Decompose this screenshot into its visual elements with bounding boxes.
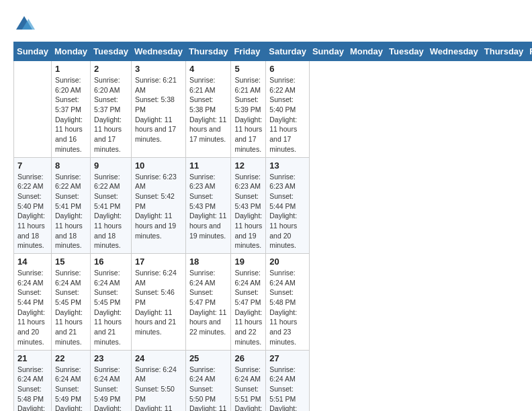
day-info: Sunrise: 6:24 AM Sunset: 5:47 PM Dayligh… (189, 268, 228, 337)
day-info: Sunrise: 6:21 AM Sunset: 5:39 PM Dayligh… (234, 75, 262, 154)
day-info: Sunrise: 6:24 AM Sunset: 5:47 PM Dayligh… (234, 268, 262, 347)
sunrise-time: Sunrise: 6:24 AM (94, 269, 120, 287)
sunset-time: Sunset: 5:50 PM (135, 385, 175, 403)
calendar-cell: 6 Sunrise: 6:22 AM Sunset: 5:40 PM Dayli… (266, 61, 310, 158)
sunrise-time: Sunrise: 6:21 AM (135, 76, 177, 94)
day-info: Sunrise: 6:24 AM Sunset: 5:45 PM Dayligh… (94, 268, 128, 347)
day-info: Sunrise: 6:22 AM Sunset: 5:41 PM Dayligh… (55, 172, 87, 251)
daylight-hours: Daylight: 11 hours and 18 minutes. (94, 212, 122, 249)
day-number: 2 (94, 64, 128, 74)
sunrise-time: Sunrise: 6:20 AM (94, 76, 120, 94)
calendar-cell: 17 Sunrise: 6:24 AM Sunset: 5:46 PM Dayl… (131, 254, 185, 351)
day-number: 13 (269, 161, 306, 171)
calendar-cell: 26 Sunrise: 6:24 AM Sunset: 5:51 PM Dayl… (231, 350, 266, 411)
day-number: 22 (55, 353, 87, 363)
day-info: Sunrise: 6:21 AM Sunset: 5:38 PM Dayligh… (135, 75, 182, 144)
sunrise-time: Sunrise: 6:23 AM (189, 173, 216, 191)
day-number: 14 (17, 257, 48, 267)
header-thursday: Thursday (481, 42, 527, 61)
sunrise-time: Sunrise: 6:22 AM (55, 173, 81, 191)
day-info: Sunrise: 6:24 AM Sunset: 5:51 PM Dayligh… (269, 365, 306, 412)
sunset-time: Sunset: 5:49 PM (55, 385, 81, 403)
day-info: Sunrise: 6:24 AM Sunset: 5:50 PM Dayligh… (189, 365, 228, 412)
daylight-hours: Daylight: 11 hours and 18 minutes. (55, 212, 83, 249)
calendar-cell: 12 Sunrise: 6:23 AM Sunset: 5:43 PM Dayl… (231, 157, 266, 254)
calendar-cell: 7 Sunrise: 6:22 AM Sunset: 5:40 PM Dayli… (14, 157, 52, 254)
day-number: 19 (234, 257, 262, 267)
daylight-hours: Daylight: 11 hours and 19 minutes. (234, 212, 262, 249)
sunset-time: Sunset: 5:42 PM (135, 192, 175, 210)
calendar-cell: 19 Sunrise: 6:24 AM Sunset: 5:47 PM Dayl… (231, 254, 266, 351)
day-number: 1 (55, 64, 87, 74)
calendar-cell: 20 Sunrise: 6:24 AM Sunset: 5:48 PM Dayl… (266, 254, 310, 351)
sunset-time: Sunset: 5:43 PM (189, 192, 216, 210)
day-number: 20 (269, 257, 306, 267)
calendar-cell: 5 Sunrise: 6:21 AM Sunset: 5:39 PM Dayli… (231, 61, 266, 158)
day-info: Sunrise: 6:22 AM Sunset: 5:40 PM Dayligh… (269, 75, 306, 154)
day-info: Sunrise: 6:24 AM Sunset: 5:46 PM Dayligh… (135, 268, 182, 337)
sunrise-time: Sunrise: 6:22 AM (94, 173, 120, 191)
day-info: Sunrise: 6:23 AM Sunset: 5:42 PM Dayligh… (135, 172, 182, 241)
day-number: 6 (269, 64, 306, 74)
logo (13, 13, 38, 35)
sunset-time: Sunset: 5:47 PM (189, 288, 216, 306)
calendar-cell: 1 Sunrise: 6:20 AM Sunset: 5:37 PM Dayli… (51, 61, 90, 158)
header-friday: Friday (527, 42, 532, 61)
day-number: 21 (17, 353, 48, 363)
day-number: 24 (135, 353, 182, 363)
calendar-cell: 27 Sunrise: 6:24 AM Sunset: 5:51 PM Dayl… (266, 350, 310, 411)
daylight-hours: Daylight: 11 hours and 27 minutes. (269, 404, 297, 411)
header-tuesday: Tuesday (386, 42, 427, 61)
day-info: Sunrise: 6:24 AM Sunset: 5:51 PM Dayligh… (234, 365, 262, 412)
day-number: 4 (189, 64, 228, 74)
day-info: Sunrise: 6:22 AM Sunset: 5:41 PM Dayligh… (94, 172, 128, 251)
sunset-time: Sunset: 5:48 PM (269, 288, 296, 306)
day-number: 10 (135, 161, 182, 171)
day-info: Sunrise: 6:24 AM Sunset: 5:49 PM Dayligh… (94, 365, 128, 412)
calendar-week-row: 21 Sunrise: 6:24 AM Sunset: 5:48 PM Dayl… (14, 350, 533, 411)
sunset-time: Sunset: 5:44 PM (269, 192, 296, 210)
sunset-time: Sunset: 5:45 PM (94, 288, 120, 306)
calendar-header-row: SundayMondayTuesdayWednesdayThursdayFrid… (14, 42, 533, 61)
day-info: Sunrise: 6:22 AM Sunset: 5:40 PM Dayligh… (17, 172, 48, 251)
day-number: 16 (94, 257, 128, 267)
calendar-cell: 22 Sunrise: 6:24 AM Sunset: 5:49 PM Dayl… (51, 350, 90, 411)
sunset-time: Sunset: 5:41 PM (94, 192, 120, 210)
header-tuesday: Tuesday (91, 42, 132, 61)
day-info: Sunrise: 6:21 AM Sunset: 5:38 PM Dayligh… (189, 75, 228, 144)
daylight-hours: Daylight: 11 hours and 22 minutes. (234, 308, 262, 346)
daylight-hours: Daylight: 11 hours and 24 minutes. (55, 404, 83, 411)
sunset-time: Sunset: 5:46 PM (135, 288, 175, 306)
day-number: 3 (135, 64, 182, 74)
sunset-time: Sunset: 5:48 PM (17, 385, 44, 403)
calendar-cell: 10 Sunrise: 6:23 AM Sunset: 5:42 PM Dayl… (131, 157, 185, 254)
calendar-cell: 11 Sunrise: 6:23 AM Sunset: 5:43 PM Dayl… (185, 157, 231, 254)
daylight-hours: Daylight: 11 hours and 17 minutes. (189, 116, 226, 143)
sunset-time: Sunset: 5:45 PM (55, 288, 81, 306)
daylight-hours: Daylight: 11 hours and 21 minutes. (94, 308, 122, 346)
day-info: Sunrise: 6:23 AM Sunset: 5:43 PM Dayligh… (189, 172, 228, 241)
sunrise-time: Sunrise: 6:24 AM (94, 365, 120, 383)
calendar-week-row: 7 Sunrise: 6:22 AM Sunset: 5:40 PM Dayli… (14, 157, 533, 254)
sunrise-time: Sunrise: 6:21 AM (234, 76, 261, 94)
day-number: 5 (234, 64, 262, 74)
sunrise-time: Sunrise: 6:24 AM (17, 269, 44, 287)
daylight-hours: Daylight: 11 hours and 22 minutes. (189, 308, 226, 336)
daylight-hours: Daylight: 11 hours and 17 minutes. (135, 116, 176, 143)
calendar-cell: 4 Sunrise: 6:21 AM Sunset: 5:38 PM Dayli… (185, 61, 231, 158)
day-number: 15 (55, 257, 87, 267)
sunrise-time: Sunrise: 6:24 AM (269, 365, 296, 383)
sunrise-time: Sunrise: 6:23 AM (234, 173, 261, 191)
calendar-cell: 14 Sunrise: 6:24 AM Sunset: 5:44 PM Dayl… (14, 254, 52, 351)
calendar-week-row: 14 Sunrise: 6:24 AM Sunset: 5:44 PM Dayl… (14, 254, 533, 351)
header-monday: Monday (347, 42, 386, 61)
day-info: Sunrise: 6:24 AM Sunset: 5:44 PM Dayligh… (17, 268, 48, 347)
daylight-hours: Daylight: 11 hours and 20 minutes. (17, 308, 45, 346)
sunrise-time: Sunrise: 6:24 AM (135, 365, 177, 383)
day-info: Sunrise: 6:20 AM Sunset: 5:37 PM Dayligh… (55, 75, 87, 154)
calendar-cell: 8 Sunrise: 6:22 AM Sunset: 5:41 PM Dayli… (51, 157, 90, 254)
header-saturday: Saturday (266, 42, 310, 61)
calendar-cell: 24 Sunrise: 6:24 AM Sunset: 5:50 PM Dayl… (131, 350, 185, 411)
day-number: 18 (189, 257, 228, 267)
calendar-cell: 25 Sunrise: 6:24 AM Sunset: 5:50 PM Dayl… (185, 350, 231, 411)
